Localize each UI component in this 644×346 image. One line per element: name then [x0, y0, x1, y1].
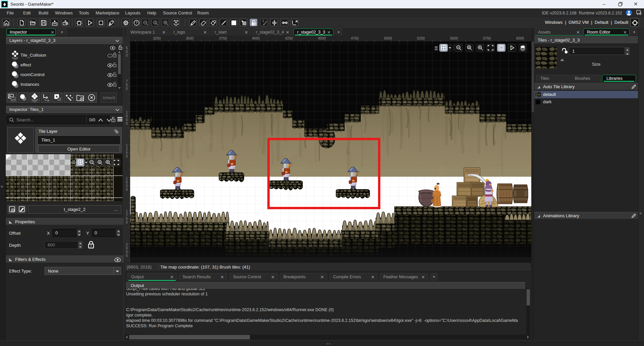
svg-text:2: 2	[126, 243, 128, 246]
svg-text:0: 0	[126, 184, 128, 188]
svg-text:0: 0	[126, 87, 128, 91]
svg-text:5750: 5750	[483, 36, 491, 40]
svg-text:0: 0	[126, 54, 128, 57]
svg-text:0: 0	[126, 246, 128, 250]
svg-text:5: 5	[126, 46, 128, 50]
svg-text:5: 5	[126, 180, 128, 184]
svg-text:0: 0	[126, 155, 128, 158]
svg-text:0: 0	[126, 50, 128, 54]
svg-text:0: 0	[126, 254, 128, 257]
svg-text:2: 2	[126, 147, 128, 151]
svg-text:1: 1	[126, 177, 128, 180]
svg-text:0: 0	[126, 188, 128, 191]
svg-text:5250: 5250	[417, 36, 425, 40]
svg-text:5: 5	[126, 217, 128, 221]
svg-text:0: 0	[126, 250, 128, 254]
svg-text:5: 5	[126, 83, 128, 87]
svg-text:3500: 3500	[186, 36, 194, 40]
svg-text:0: 0	[126, 221, 128, 224]
svg-text:0: 0	[126, 114, 128, 118]
svg-text:3250: 3250	[153, 36, 161, 40]
svg-text:1: 1	[126, 111, 128, 114]
svg-text:4750: 4750	[351, 36, 359, 40]
svg-text:3750: 3750	[219, 36, 227, 40]
svg-text:4250: 4250	[285, 36, 293, 40]
svg-text:6000: 6000	[516, 36, 524, 40]
svg-text:1: 1	[126, 143, 128, 147]
svg-text:5000: 5000	[384, 36, 392, 40]
svg-text:4500: 4500	[318, 36, 326, 40]
svg-text:7: 7	[126, 79, 128, 83]
svg-text:1: 1	[126, 210, 128, 213]
svg-text:?: ?	[136, 21, 138, 25]
svg-text:0: 0	[126, 118, 128, 122]
svg-text:7: 7	[126, 213, 128, 217]
svg-text:5: 5	[126, 151, 128, 155]
svg-text:5500: 5500	[450, 36, 458, 40]
svg-text:0: 0	[126, 122, 128, 125]
svg-text:4000: 4000	[252, 36, 260, 40]
